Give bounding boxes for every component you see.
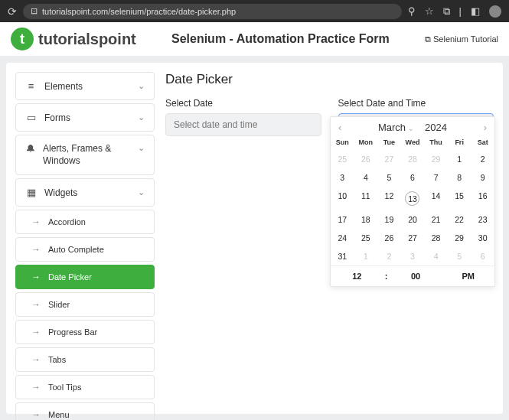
dow-label: Thu <box>424 136 448 150</box>
arrow-right-icon: → <box>31 244 41 255</box>
day-cell[interactable]: 12 <box>377 187 401 210</box>
sub-label: Tool Tips <box>48 383 81 392</box>
day-cell[interactable]: 10 <box>331 187 354 210</box>
day-cell[interactable]: 5 <box>377 168 401 187</box>
extensions-icon[interactable]: ⧉ <box>443 5 450 18</box>
day-cell[interactable]: 22 <box>448 210 471 229</box>
day-cell[interactable]: 28 <box>401 150 425 168</box>
day-cell[interactable]: 2 <box>471 150 494 168</box>
panel-icon[interactable]: ◧ <box>471 5 480 17</box>
day-cell[interactable]: 17 <box>331 210 354 229</box>
day-cell[interactable]: 4 <box>354 168 378 187</box>
day-cell[interactable]: 24 <box>331 229 354 247</box>
day-cell[interactable]: 26 <box>377 229 401 247</box>
dow-label: Mon <box>354 136 378 150</box>
day-cell[interactable]: 25 <box>331 150 354 168</box>
day-cell[interactable]: 20 <box>401 210 425 229</box>
day-cell[interactable]: 15 <box>448 187 471 210</box>
day-cell[interactable]: 21 <box>424 210 448 229</box>
sidebar-sub-datepicker[interactable]: →Date Picker <box>15 265 155 289</box>
year-label: 2024 <box>425 122 447 133</box>
sidebar: ≡ Elements ⌄ ▭ Forms ⌄ 🔔︎ Alerts, Frames… <box>15 72 155 405</box>
content-wrap: ≡ Elements ⌄ ▭ Forms ⌄ 🔔︎ Alerts, Frames… <box>0 57 509 420</box>
day-cell[interactable]: 29 <box>448 229 471 247</box>
day-cell[interactable]: 4 <box>424 247 448 265</box>
day-cell[interactable]: 28 <box>424 229 448 247</box>
chevron-down-icon: ⌄ <box>138 187 145 197</box>
day-cell[interactable]: 3 <box>331 168 354 187</box>
day-cell[interactable]: 1 <box>354 247 378 265</box>
field-label: Select Date and Time <box>338 98 494 109</box>
day-cell[interactable]: 9 <box>471 168 494 187</box>
select-date-input[interactable]: Select date and time <box>165 113 321 136</box>
sidebar-sub-progressbar[interactable]: →Progress Bar <box>15 320 155 344</box>
month-label: March <box>378 122 406 133</box>
tutorial-link[interactable]: ⧉ Selenium Tutorial <box>425 34 498 44</box>
dow-label: Tue <box>377 136 401 150</box>
day-cell[interactable]: 6 <box>401 168 425 187</box>
day-cell[interactable]: 25 <box>354 229 378 247</box>
next-month-button[interactable]: › <box>481 119 490 136</box>
sidebar-sub-slider[interactable]: →Slider <box>15 292 155 317</box>
form-icon: ▭ <box>25 112 37 123</box>
sidebar-item-widgets[interactable]: ▦ Widgets ⌄ <box>15 178 155 207</box>
day-cell[interactable]: 16 <box>471 187 494 210</box>
day-cell[interactable]: 13 <box>401 187 425 210</box>
day-cell[interactable]: 23 <box>471 210 494 229</box>
day-cell[interactable]: 1 <box>448 150 471 168</box>
day-cell[interactable]: 26 <box>354 150 378 168</box>
logo-icon: t <box>11 28 34 50</box>
avatar[interactable] <box>489 5 501 18</box>
bell-icon: 🔔︎ <box>25 143 35 155</box>
minute-select[interactable]: 00 <box>390 272 442 281</box>
sidebar-sub-tooltips[interactable]: →Tool Tips <box>15 375 155 399</box>
day-cell[interactable]: 31 <box>331 247 354 265</box>
sidebar-item-label: Alerts, Frames & Windows <box>43 143 130 167</box>
search-icon[interactable]: ⚲ <box>408 5 416 17</box>
dow-label: Sat <box>471 136 494 150</box>
sidebar-item-elements[interactable]: ≡ Elements ⌄ <box>15 72 155 100</box>
arrow-right-icon: → <box>31 217 41 227</box>
day-cell[interactable]: 11 <box>354 187 378 210</box>
day-cell[interactable]: 6 <box>471 247 494 265</box>
chevron-down-icon: ⌄ <box>408 125 414 132</box>
sidebar-sub-tabs[interactable]: →Tabs <box>15 347 155 372</box>
day-cell[interactable]: 18 <box>354 210 378 229</box>
sidebar-item-forms[interactable]: ▭ Forms ⌄ <box>15 103 155 132</box>
star-icon[interactable]: ☆ <box>425 5 434 17</box>
day-cell[interactable]: 27 <box>377 150 401 168</box>
sidebar-item-alerts[interactable]: 🔔︎ Alerts, Frames & Windows ⌄ <box>15 135 155 175</box>
reload-icon[interactable]: ⟳ <box>8 5 17 18</box>
dow-label: Sun <box>331 136 354 150</box>
sidebar-sub-menu[interactable]: →Menu <box>15 402 155 420</box>
logo[interactable]: t tutorialspoint <box>11 28 136 50</box>
day-cell[interactable]: 27 <box>401 229 425 247</box>
day-cell[interactable]: 29 <box>424 150 448 168</box>
widgets-sublist: →Accordion →Auto Complete →Date Picker →… <box>15 210 155 420</box>
day-cell[interactable]: 14 <box>424 187 448 210</box>
day-cell[interactable]: 19 <box>377 210 401 229</box>
prev-month-button[interactable]: ‹ <box>335 119 344 136</box>
day-cell[interactable]: 8 <box>448 168 471 187</box>
datepicker-popup: ‹ March⌄ 2024 › SunMonTueWedThuFriSat252… <box>330 116 495 287</box>
day-cell[interactable]: 7 <box>424 168 448 187</box>
month-year-select[interactable]: March⌄ 2024 <box>378 122 447 133</box>
url-text: tutorialspoint.com/selenium/practice/dat… <box>42 7 236 16</box>
sidebar-sub-accordion[interactable]: →Accordion <box>15 210 155 234</box>
hour-select[interactable]: 12 <box>331 272 383 281</box>
logo-text: tutorialspoint <box>38 31 136 48</box>
sidebar-item-label: Forms <box>44 112 70 123</box>
sub-label: Date Picker <box>48 272 92 282</box>
url-bar[interactable]: ⊡ tutorialspoint.com/selenium/practice/d… <box>23 4 402 19</box>
day-cell[interactable]: 3 <box>401 247 425 265</box>
day-cell[interactable]: 30 <box>471 229 494 247</box>
sub-label: Tabs <box>48 355 66 364</box>
chevron-down-icon: ⌄ <box>138 143 145 153</box>
sidebar-sub-autocomplete[interactable]: →Auto Complete <box>15 237 155 262</box>
datepicker-header: ‹ March⌄ 2024 › <box>331 117 494 136</box>
day-cell[interactable]: 2 <box>377 247 401 265</box>
lock-icon: ⊡ <box>31 6 38 16</box>
ampm-select[interactable]: PM <box>442 272 494 281</box>
chrome-right-icons: ⚲ ☆ ⧉ | ◧ <box>408 5 501 18</box>
day-cell[interactable]: 5 <box>448 247 471 265</box>
